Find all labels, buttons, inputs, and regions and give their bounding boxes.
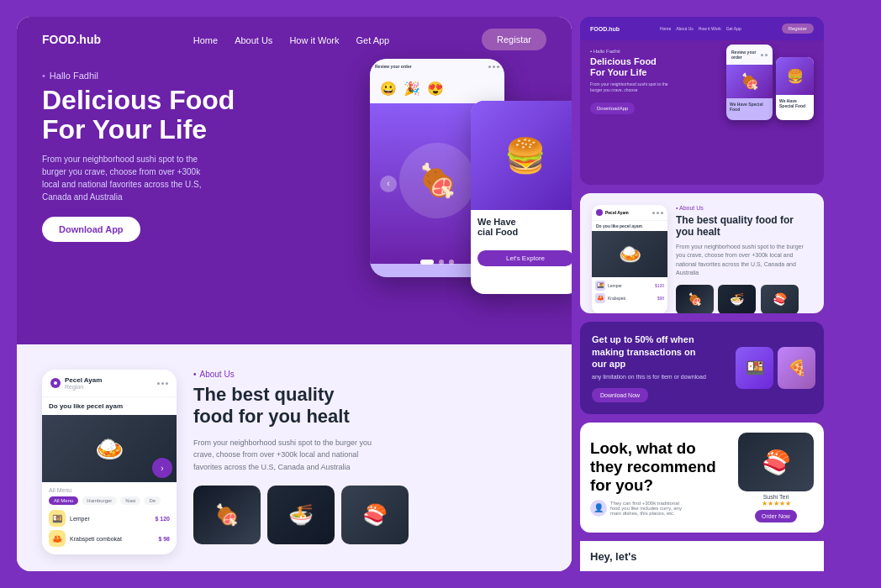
recommend-food-area: 🍣 Sushi Teri ★★★★★ Order Now bbox=[738, 433, 814, 522]
right-menu-price-2: $98 bbox=[657, 296, 664, 301]
mini-hero-text: • Hallo Fadhil Delicious Food For Your L… bbox=[590, 49, 726, 120]
menu-item-1-left: 🍱 Lemper bbox=[49, 510, 90, 527]
menu-item-1: 🍱 Lemper $ 120 bbox=[49, 510, 170, 527]
mini-nav-home: Home bbox=[660, 26, 671, 31]
about-section: Pecel Ayam Region Do you like pecel ayam… bbox=[17, 344, 572, 571]
review-avatar: 👤 bbox=[590, 500, 607, 517]
food-thumbnails: 🍖 🍜 🍣 bbox=[193, 486, 546, 544]
nav-link-home[interactable]: Home bbox=[193, 35, 218, 45]
right-menu-price-1: $120 bbox=[655, 283, 664, 288]
promo-images: 🍱 🍕 bbox=[736, 347, 815, 389]
mini-food-img: 🍖 bbox=[726, 65, 773, 98]
about-phone-title: Pecel Ayam bbox=[65, 376, 102, 384]
food-thumb-1: 🍖 bbox=[193, 486, 261, 544]
mini-greeting: • Hallo Fadhil bbox=[590, 49, 726, 54]
about-label: About Us bbox=[193, 370, 546, 379]
mini-navbar: FOOD.hub Home About Us How it Work Get A… bbox=[580, 17, 824, 40]
right-menu-name-2: Krabspeti bbox=[608, 296, 625, 301]
hero-description: From your neighborhood sushi spot to the… bbox=[42, 153, 210, 203]
hero-content: Hallo Fadhil Delicious Food For Your Lif… bbox=[17, 62, 572, 242]
dot-3 bbox=[449, 260, 454, 265]
right-thumb-3: 🍣 bbox=[761, 285, 799, 314]
mini-download-btn[interactable]: DownloadApp bbox=[590, 102, 635, 114]
hero-title: Delicious Food For Your Life bbox=[42, 86, 546, 144]
menu-item-2: 🦀 Krabspeti combokat $ 98 bbox=[49, 530, 170, 547]
hero-greeting: Hallo Fadhil bbox=[42, 71, 546, 81]
promo-download-button[interactable]: Download Now bbox=[592, 388, 648, 402]
menu-item-2-img: 🦀 bbox=[49, 530, 66, 547]
nav-link-get[interactable]: Get App bbox=[356, 35, 389, 45]
about-phone-header: Pecel Ayam Region bbox=[42, 370, 177, 397]
mini-phone-front: 🍔 We HaveSpecial Food bbox=[776, 57, 814, 120]
promo-text: Get up to 50% off when making transactio… bbox=[592, 333, 713, 402]
right-phone-title: Pecel Ayam bbox=[605, 210, 629, 215]
recommend-stars: ★★★★★ bbox=[738, 500, 814, 507]
about-phone-subtitle: Region bbox=[65, 384, 102, 390]
mini-phone-text: We HaveSpecial Food bbox=[776, 95, 814, 112]
mini-nav-get: Get App bbox=[726, 26, 741, 31]
mini-register-button[interactable]: Register bbox=[782, 24, 814, 34]
nav-dots bbox=[420, 260, 454, 265]
mini-nav-how: How it Work bbox=[699, 26, 721, 31]
promo-description: any limitation on this is for item or do… bbox=[592, 373, 713, 381]
right-about-label: • About Us bbox=[676, 205, 812, 211]
recommend-section: Look, what do they recommend for you? 👤 … bbox=[580, 423, 824, 533]
right-about-desc: From your neighborhood sushi spot to the… bbox=[676, 243, 812, 278]
menu-item-1-price: $ 120 bbox=[155, 516, 170, 522]
order-now-button[interactable]: Order Now bbox=[755, 510, 797, 522]
nav-links: Home About Us How it Work Get App bbox=[193, 32, 389, 47]
mini-title: Delicious Food For Your Life bbox=[590, 56, 726, 78]
right-top-preview: FOOD.hub Home About Us How it Work Get A… bbox=[580, 17, 824, 185]
about-description: From your neighborhood sushi spot to the… bbox=[193, 437, 378, 473]
right-about-menu: 🍱 Lemper $120 🦀 Krabspeti $98 bbox=[592, 277, 667, 309]
navbar: FOOD.hub Home About Us How it Work Get A… bbox=[17, 17, 572, 62]
explore-button[interactable]: Let's Explore bbox=[477, 250, 572, 266]
tab-nasi[interactable]: Nasi bbox=[120, 496, 140, 505]
about-menu-title: All Menu bbox=[49, 487, 170, 493]
right-location-dot bbox=[596, 209, 603, 216]
hero-title-line2: For Your Life bbox=[42, 114, 207, 144]
right-about-phone: Pecel Ayam Do you like pecel ayam 🍛 🍱 Le… bbox=[592, 205, 667, 313]
hero-section: FOOD.hub Home About Us How it Work Get A… bbox=[17, 17, 572, 344]
right-about-content: Pecel Ayam Do you like pecel ayam 🍛 🍱 Le… bbox=[592, 205, 812, 313]
right-menu-item-1-row: 🍱 Lemper bbox=[595, 281, 622, 291]
download-app-button[interactable]: Download App bbox=[42, 217, 140, 242]
promo-text-area: Get up to 50% off when making transactio… bbox=[592, 333, 713, 402]
menu-item-2-name: Krabspeti combokat bbox=[70, 536, 122, 542]
about-phone-question: Do you like pecel ayam bbox=[42, 397, 177, 415]
nav-link-about[interactable]: About Us bbox=[235, 35, 272, 45]
register-button[interactable]: Registar bbox=[482, 29, 546, 50]
mini-review-label: Review your order bbox=[731, 50, 761, 60]
tab-hamburger[interactable]: Hamburger bbox=[82, 496, 117, 505]
promo-title: Get up to 50% off when making transactio… bbox=[592, 333, 713, 370]
right-menu-name-1: Lemper bbox=[608, 283, 622, 288]
mini-nav-logo: FOOD.hub bbox=[590, 26, 620, 32]
about-menu-section: All Menu All Menu Hamburger Nasi De 🍱 Le… bbox=[42, 482, 177, 554]
mini-hero: • Hallo Fadhil Delicious Food For Your L… bbox=[580, 40, 824, 129]
menu-tabs: All Menu Hamburger Nasi De bbox=[49, 496, 170, 505]
nav-link-how[interactable]: How it Work bbox=[289, 35, 339, 45]
about-phone: Pecel Ayam Region Do you like pecel ayam… bbox=[42, 370, 177, 554]
right-thumb-1: 🍖 bbox=[676, 285, 714, 314]
tab-all[interactable]: All Menu bbox=[49, 496, 78, 505]
mini-phone-back-header: Review your order bbox=[726, 45, 773, 65]
right-phone-header-left: Pecel Ayam bbox=[596, 209, 629, 216]
hero-title-line1: Delicious Food bbox=[42, 85, 235, 115]
mini-three-dots bbox=[761, 54, 768, 56]
mini-desc: From your neighborhood sushi spot to the… bbox=[590, 81, 674, 93]
food-arrow-btn[interactable]: › bbox=[152, 458, 172, 478]
recommend-title: Look, what do they recommend for you? bbox=[590, 439, 730, 495]
menu-item-2-left: 🦀 Krabspeti combokat bbox=[49, 530, 122, 547]
review-text: They can find +300k traditional food you… bbox=[610, 501, 686, 516]
menu-item-1-name: Lemper bbox=[70, 516, 90, 522]
menu-item-2-price: $ 98 bbox=[158, 536, 170, 542]
promo-img-1: 🍱 bbox=[736, 347, 773, 389]
tab-de[interactable]: De bbox=[144, 496, 161, 505]
right-phone-question: Do you like pecel ayam bbox=[592, 221, 667, 231]
right-about-phone-header: Pecel Ayam bbox=[592, 205, 667, 221]
right-food-thumbs: 🍖 Ayam bakar 🍜 Spaghetti original 🍣 Sush… bbox=[676, 285, 812, 314]
hey-lets-text: Hey, let's bbox=[590, 550, 814, 563]
left-panel: FOOD.hub Home About Us How it Work Get A… bbox=[17, 17, 572, 571]
right-panel: FOOD.hub Home About Us How it Work Get A… bbox=[580, 17, 824, 571]
promo-section: Get up to 50% off when making transactio… bbox=[580, 322, 824, 414]
